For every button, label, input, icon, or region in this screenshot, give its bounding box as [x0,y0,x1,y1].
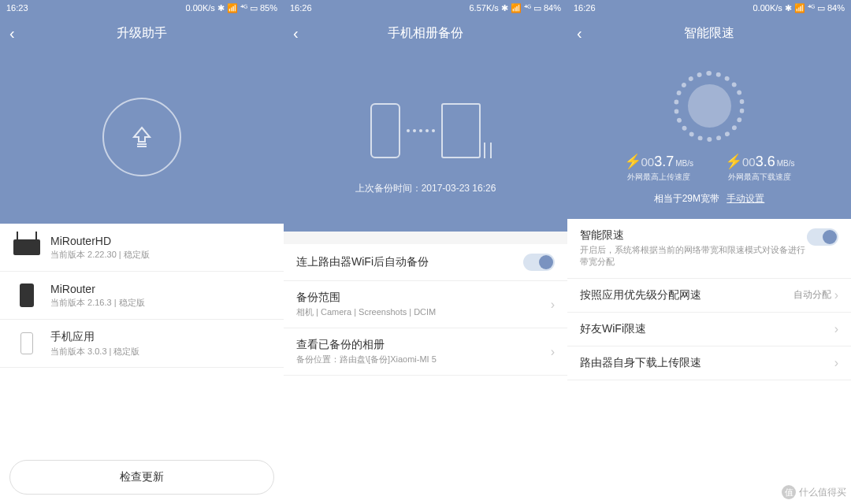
phone-app-icon [13,329,41,358]
auto-backup-item[interactable]: 连上路由器WiFi后自动备份 [284,244,567,281]
status-time: 16:26 [574,3,596,13]
upload-icon[interactable] [102,98,181,176]
last-backup-time: 上次备份时间：2017-03-23 16:26 [355,182,496,195]
item-title: 智能限速 [580,228,807,243]
backup-settings-list: 连上路由器WiFi后自动备份 备份范围 相机 | Camera | Screen… [284,244,567,504]
upgrade-hero [0,50,284,224]
smart-qos-item[interactable]: 智能限速 开启后，系统将根据当前的网络带宽和限速模式对设备进行带宽分配 [567,219,851,279]
watermark: 值 什么值得买 [782,485,846,499]
manual-settings-link[interactable]: 手动设置 [727,193,764,204]
bolt-icon: ⚡ [725,154,742,169]
page-title: 手机相册备份 [388,25,463,42]
upgrade-panel: 16:23 0.00K/s ✱ 📶 ⁴ᴳ ▭ 85% ‹ 升级助手 MiRout… [0,0,284,504]
download-speed: ⚡003.6MB/s 外网最高下载速度 [725,153,795,183]
device-item-routerhd[interactable]: MiRouterHD 当前版本 2.22.30 | 稳定版 [0,224,284,272]
auto-backup-toggle[interactable] [523,254,555,271]
back-icon[interactable]: ‹ [577,24,582,43]
download-label: 外网最高下载速度 [725,172,795,183]
item-title: 连上路由器WiFi后自动备份 [296,255,523,269]
page-title: 升级助手 [117,25,167,42]
net-speed: 6.57K/s [469,3,498,13]
qos-settings-list: 智能限速 开启后，系统将根据当前的网络带宽和限速模式对设备进行带宽分配 按照应用… [567,219,851,504]
signal-icons: ✱ 📶 ⁴ᴳ ▭ [217,3,258,13]
item-sub: 当前版本 2.22.30 | 稳定版 [50,249,271,261]
item-title: 查看已备份的相册 [296,338,551,352]
speed-dial-icon [674,71,745,142]
upload-speed: ⚡003.7MB/s 外网最高上传速度 [624,153,694,183]
status-bar: 16:26 0.00K/s ✱ 📶 ⁴ᴳ ▭ 84% [567,0,851,16]
net-speed: 0.00K/s [753,3,782,13]
router-icon [13,281,41,309]
check-update-button[interactable]: 检查更新 [9,460,274,495]
router-outline-icon [441,103,481,158]
signal-icons: ✱ 📶 ⁴ᴳ ▭ [501,3,541,13]
item-sub: 当前版本 3.0.3 | 稳定版 [50,346,271,358]
smart-qos-toggle[interactable] [807,228,838,246]
header: ‹ 手机相册备份 [284,16,567,50]
battery-pct: 85% [260,3,277,13]
view-backup-item[interactable]: 查看已备份的相册 备份位置：路由盘\[备份]Xiaomi-MI 5 › [284,328,567,376]
device-item-app[interactable]: 手机应用 当前版本 3.0.3 | 稳定版 [0,320,284,368]
app-priority-item[interactable]: 按照应用优先级分配网速 自动分配 › [567,279,851,313]
item-title: MiRouter [50,283,271,295]
bolt-icon: ⚡ [624,154,641,169]
device-item-router[interactable]: MiRouter 当前版本 2.16.3 | 稳定版 [0,272,284,320]
status-time: 16:26 [290,3,312,13]
item-title: 路由器自身下载上传限速 [580,356,834,370]
spacer [284,232,567,244]
watermark-text: 什么值得买 [799,486,846,499]
backup-scope-item[interactable]: 备份范围 相机 | Camera | Screenshots | DCIM › [284,281,567,328]
router-limit-item[interactable]: 路由器自身下载上传限速 › [567,346,851,380]
back-icon[interactable]: ‹ [9,24,15,43]
backup-panel: 16:26 6.57K/s ✱ 📶 ⁴ᴳ ▭ 84% ‹ 手机相册备份 上次备份… [284,0,567,504]
chevron-right-icon: › [551,345,555,359]
guest-wifi-item[interactable]: 好友WiFi限速 › [567,313,851,346]
item-sub: 当前版本 2.16.3 | 稳定版 [50,297,271,309]
status-bar: 16:23 0.00K/s ✱ 📶 ⁴ᴳ ▭ 85% [0,0,284,16]
page-title: 智能限速 [684,25,734,42]
chevron-right-icon: › [551,298,555,312]
transfer-dots-icon [407,129,435,132]
header: ‹ 升级助手 [0,16,284,50]
backup-hero: 上次备份时间：2017-03-23 16:26 [284,50,567,232]
battery-pct: 84% [544,3,561,13]
item-title: 手机应用 [50,330,271,344]
chevron-right-icon: › [834,288,838,302]
item-value: 自动分配 [793,288,831,302]
routerhd-icon [13,233,41,261]
item-title: 按照应用优先级分配网速 [580,288,793,302]
item-sub: 相机 | Camera | Screenshots | DCIM [296,306,551,318]
item-title: MiRouterHD [50,235,271,247]
battery-pct: 84% [827,3,845,13]
item-sub: 备份位置：路由盘\[备份]Xiaomi-MI 5 [296,354,551,365]
watermark-icon: 值 [782,485,796,499]
chevron-right-icon: › [834,322,838,336]
header: ‹ 智能限速 [567,16,851,50]
status-bar: 16:26 6.57K/s ✱ 📶 ⁴ᴳ ▭ 84% [284,0,567,16]
status-time: 16:23 [6,3,28,13]
net-speed: 0.00K/s [185,3,214,13]
bandwidth-info: 相当于29M宽带 手动设置 [654,192,765,206]
signal-icons: ✱ 📶 ⁴ᴳ ▭ [785,3,825,13]
chevron-right-icon: › [834,356,838,370]
qos-hero: ⚡003.7MB/s 外网最高上传速度 ⚡003.6MB/s 外网最高下载速度 … [567,50,851,219]
item-title: 好友WiFi限速 [580,322,834,336]
upload-label: 外网最高上传速度 [624,172,694,183]
back-icon[interactable]: ‹ [293,24,299,43]
item-sub: 开启后，系统将根据当前的网络带宽和限速模式对设备进行带宽分配 [580,244,807,269]
phone-outline-icon [370,103,400,158]
qos-panel: 16:26 0.00K/s ✱ 📶 ⁴ᴳ ▭ 84% ‹ 智能限速 ⚡003.7… [567,0,851,504]
item-title: 备份范围 [296,291,551,305]
